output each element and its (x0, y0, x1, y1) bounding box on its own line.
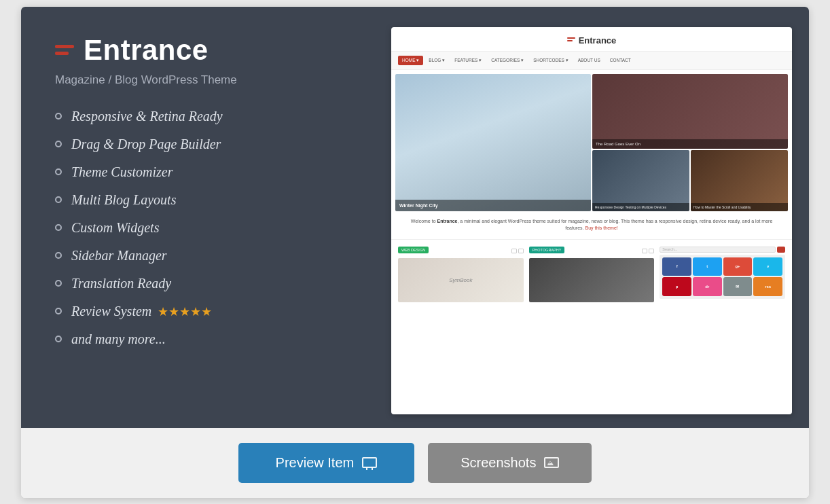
feature-text-9: and many more... (71, 331, 166, 347)
preview-site-header: Entrance (391, 27, 792, 52)
logo-text: Entrance (84, 34, 209, 67)
twitter-btn: t (693, 257, 722, 276)
logo-subtitle: Magazine / Blog WordPress Theme (55, 73, 354, 87)
feature-text-5: Custom Widgets (71, 220, 159, 236)
preview-hero-br2-caption: How to Master the Scroll and Usability (691, 203, 788, 211)
feature-text-7: Translation Ready (71, 276, 171, 291)
preview-card-2-ctrl-2 (649, 249, 654, 253)
preview-site: Entrance HOME ▾ BLOG ▾ FEATURES ▾ CATEGO… (391, 27, 792, 309)
logo-bar-2 (55, 52, 69, 55)
dribbble-btn: dr (693, 277, 722, 296)
stars: ★★★★★ (158, 305, 212, 319)
preview-item-label: Preview Item (276, 455, 355, 471)
feature-text-8: Review System ★★★★★ (71, 304, 212, 319)
preview-nav-about: ABOUT US (574, 56, 605, 65)
feature-text-1: Responsive & Retina Ready (71, 109, 223, 124)
preview-hero-br2: How to Master the Scroll and Usability (691, 150, 788, 211)
bullet-icon-6 (55, 252, 62, 259)
preview-buy-link[interactable]: Buy this theme! (585, 226, 617, 230)
screenshots-button[interactable]: Screenshots (428, 443, 592, 483)
preview-nav-contact: CONTACT (606, 56, 635, 65)
feature-text-4: Multi Blog Layouts (71, 192, 176, 208)
bullet-icon-1 (55, 113, 62, 120)
feature-item-3: Theme Customizer (55, 164, 354, 180)
preview-site-nav: HOME ▾ BLOG ▾ FEATURES ▾ CATEGORIES ▾ SH… (391, 52, 792, 70)
preview-item-button[interactable]: Preview Item (238, 443, 415, 483)
preview-search-input: Search... (660, 247, 776, 253)
preview-nav-blog: BLOG ▾ (425, 56, 449, 65)
preview-social-grid: f t g+ v p dr ✉ rss (660, 255, 785, 299)
preview-nav-categories: CATEGORIES ▾ (487, 56, 528, 65)
bullet-icon-9 (55, 336, 62, 342)
feature-text-3: Theme Customizer (71, 164, 173, 180)
googleplus-btn: g+ (723, 257, 753, 276)
card-bottom: Preview Item Screenshots (21, 428, 809, 498)
feature-item-6: Sidebar Manager (55, 248, 354, 264)
feature-item-4: Multi Blog Layouts (55, 192, 354, 208)
preview-frame: Entrance HOME ▾ BLOG ▾ FEATURES ▾ CATEGO… (391, 27, 792, 414)
preview-card-2: PHOTOGRAPHY (529, 247, 655, 302)
preview-nav-shortcodes: SHORTCODES ▾ (529, 56, 573, 65)
preview-logo-text: Entrance (579, 35, 617, 46)
monitor-icon (362, 457, 377, 468)
preview-card-1-img: SymBook (398, 258, 524, 302)
preview-hero-br1: Responsive Design Testing on Multiple De… (592, 150, 689, 211)
card-top: Entrance Magazine / Blog WordPress Theme… (21, 7, 809, 428)
logo-row: Entrance (55, 34, 354, 67)
email-btn: ✉ (723, 277, 753, 296)
feature-text-2: Drag & Drop Page Builder (71, 137, 221, 152)
left-panel: Entrance Magazine / Blog WordPress Theme… (21, 7, 381, 428)
bullet-icon-8 (55, 308, 62, 314)
preview-card-2-ctrl-1 (642, 249, 647, 253)
feature-text-6: Sidebar Manager (71, 248, 167, 264)
right-panel: Entrance HOME ▾ BLOG ▾ FEATURES ▾ CATEGO… (381, 7, 809, 428)
pinterest-btn: p (662, 277, 691, 296)
feature-item-8: Review System ★★★★★ (55, 304, 354, 319)
feature-item-1: Responsive & Retina Ready (55, 109, 354, 124)
preview-nav-home: HOME ▾ (398, 56, 423, 65)
bullet-icon-3 (55, 168, 62, 175)
image-icon (544, 457, 559, 468)
preview-hero-bottom-right: Responsive Design Testing on Multiple De… (592, 150, 788, 211)
preview-logo-row: Entrance (567, 35, 617, 46)
preview-card-1-ctrl-2 (518, 249, 524, 253)
preview-card-1: WEB DESIGN SymBook (398, 247, 524, 302)
logo-bar-1 (55, 45, 74, 48)
bullet-icon-5 (55, 224, 62, 231)
preview-card-1-ctrl-1 (511, 249, 517, 253)
preview-hero-grid: Winter Night City The Road Goes Ever On … (391, 70, 792, 211)
facebook-btn: f (662, 257, 691, 276)
rss-btn: rss (753, 277, 782, 296)
preview-card-1-tag: WEB DESIGN (398, 247, 429, 253)
preview-search-btn (777, 247, 785, 253)
feature-item-9: and many more... (55, 331, 354, 347)
bullet-icon-2 (55, 141, 62, 147)
bullet-icon-7 (55, 280, 62, 287)
preview-hero-top-right: The Road Goes Ever On (592, 74, 788, 149)
bullet-icon-4 (55, 196, 62, 203)
preview-card-2-img (529, 258, 655, 302)
screenshots-label: Screenshots (461, 455, 536, 471)
preview-intro: Welcome to Entrance, a minimal and elega… (391, 211, 792, 240)
features-list: Responsive & Retina Ready Drag & Drop Pa… (55, 109, 354, 347)
preview-hero-top-right-caption: The Road Goes Ever On (592, 139, 788, 149)
vimeo-btn: v (753, 257, 782, 276)
feature-item-5: Custom Widgets (55, 220, 354, 236)
preview-logo-bar-2 (567, 40, 573, 41)
preview-card-2-tag: PHOTOGRAPHY (529, 247, 565, 253)
preview-cards: WEB DESIGN SymBook PHOTOGRAPHY (391, 240, 792, 309)
main-card: Entrance Magazine / Blog WordPress Theme… (21, 7, 809, 498)
entrance-logo-icon (55, 45, 74, 55)
preview-logo-bar-1 (567, 37, 575, 39)
feature-item-2: Drag & Drop Page Builder (55, 137, 354, 152)
preview-hero-main: Winter Night City (395, 74, 591, 211)
feature-item-7: Translation Ready (55, 276, 354, 291)
preview-hero-main-caption: Winter Night City (395, 200, 591, 211)
preview-card-3: Search... f t g+ v p dr ✉ (660, 247, 785, 302)
preview-logo-icon (567, 37, 575, 43)
preview-nav-features: FEATURES ▾ (450, 56, 486, 65)
preview-hero-br1-caption: Responsive Design Testing on Multiple De… (592, 203, 689, 211)
